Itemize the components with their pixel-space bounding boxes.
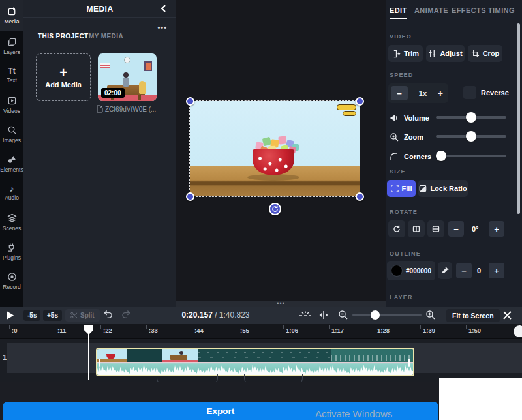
fit-to-screen-button[interactable]: Fit to Screen — [446, 309, 500, 322]
zoom-slider-thumb[interactable] — [466, 131, 476, 142]
videos-icon — [7, 96, 17, 106]
clip-frame — [97, 349, 127, 362]
section-size: SIZE — [390, 168, 406, 175]
zoom-in-icon[interactable] — [425, 310, 435, 320]
clip-frame — [198, 349, 331, 362]
collapse-panel-icon[interactable] — [159, 4, 168, 13]
footer: Export Activate Windows — [0, 382, 522, 420]
ruler-tick: :55 — [240, 327, 249, 334]
volume-slider-thumb[interactable] — [466, 112, 476, 123]
rotate-selection-handle[interactable] — [269, 203, 281, 215]
adjust-button[interactable]: Adjust — [426, 45, 465, 62]
plug-icon — [7, 243, 17, 252]
preview-canvas[interactable] — [176, 0, 386, 301]
tab-timing[interactable]: TIMING — [488, 7, 515, 14]
selection-handle-bottom-right[interactable] — [356, 192, 364, 201]
outline-width-value: 0 — [477, 267, 481, 275]
ruler-tick: :0 — [12, 327, 17, 334]
video-preview[interactable] — [190, 101, 360, 196]
play-button[interactable] — [7, 311, 14, 320]
redo-button[interactable] — [121, 310, 131, 318]
ruler-scroll-thumb[interactable] — [514, 325, 522, 337]
eyedropper-icon — [441, 267, 449, 275]
split-view-icon[interactable] — [318, 310, 330, 320]
panel-resize-handle[interactable]: ••• — [176, 301, 386, 307]
outline-color-button[interactable]: #000000 — [387, 261, 435, 280]
thumb-picture — [144, 61, 152, 71]
tab-animate[interactable]: ANIMATE — [414, 7, 448, 14]
snap-toggle-icon[interactable] — [299, 310, 312, 320]
selection-handle-bottom-left[interactable] — [186, 192, 194, 201]
timeline-zoom-slider[interactable] — [352, 310, 422, 320]
speed-plus-button[interactable]: + — [438, 88, 446, 98]
selection-handle-top-left[interactable] — [186, 97, 194, 106]
rotate-plus-button[interactable]: + — [489, 221, 504, 237]
sidebar-item-layers[interactable]: Layers — [0, 31, 23, 61]
timeline-ruler[interactable]: :0 :11 :22 :33 :44 :55 1:06 1:17 1:28 1:… — [0, 324, 522, 339]
undo-button[interactable] — [103, 310, 113, 318]
skip-forward-button[interactable]: +5s — [43, 310, 62, 321]
more-options-icon[interactable]: ••• — [157, 23, 167, 31]
outline-minus-button[interactable]: − — [456, 263, 472, 278]
media-filename: ZCI69dVtW0E (... — [97, 105, 168, 113]
shapes-icon — [7, 155, 17, 164]
section-layer: LAYER — [390, 294, 413, 301]
rotate-90-button[interactable] — [388, 220, 405, 237]
eyedropper-button[interactable] — [438, 262, 452, 279]
reverse-checkbox[interactable] — [463, 86, 476, 99]
speed-minus-button[interactable]: − — [391, 86, 408, 100]
flip-vertical-button[interactable] — [427, 220, 444, 237]
split-button[interactable]: Split — [65, 309, 100, 322]
volume-slider[interactable] — [436, 112, 506, 123]
close-timeline-icon[interactable] — [502, 310, 512, 320]
selection-handle-top-right[interactable] — [356, 97, 364, 106]
corners-icon — [390, 152, 399, 161]
sidebar-item-images[interactable]: Images — [0, 119, 23, 149]
inspector-scrollbar[interactable] — [517, 23, 520, 214]
clip-waveform — [97, 362, 413, 375]
sidebar-item-text[interactable]: Tt Text — [0, 61, 23, 90]
activate-windows-watermark: Activate Windows — [315, 408, 392, 419]
sidebar-item-media[interactable]: Media — [0, 0, 23, 31]
skip-back-button[interactable]: -5s — [23, 310, 40, 321]
lock-ratio-button[interactable]: Lock Ratio — [418, 180, 468, 197]
media-thumbnail[interactable]: 02:00 — [98, 53, 157, 101]
color-swatch — [391, 265, 403, 277]
timeline-zoom-thumb[interactable] — [371, 310, 380, 320]
sidebar-item-record[interactable]: Record — [0, 266, 23, 295]
sidebar-item-videos[interactable]: Videos — [0, 90, 23, 119]
app-window: Media Layers Tt Text Videos Images Eleme… — [0, 0, 522, 420]
crop-button[interactable]: Crop — [468, 45, 502, 62]
corners-slider-thumb[interactable] — [436, 151, 446, 161]
candy-cube — [278, 136, 287, 145]
media-icon — [7, 7, 17, 16]
outline-plus-button[interactable]: + — [489, 263, 504, 278]
clip-trim-handle-right[interactable] — [408, 359, 410, 367]
trim-button[interactable]: Trim — [388, 45, 423, 62]
corners-slider[interactable] — [436, 151, 506, 161]
sidebar-item-scenes[interactable]: Scenes — [0, 207, 23, 237]
sidebar-item-elements[interactable]: Elements — [0, 149, 23, 178]
volume-label: Volume — [404, 114, 429, 122]
tab-edit[interactable]: EDIT — [390, 7, 407, 14]
zoom-slider[interactable] — [436, 131, 506, 142]
thumb-clock — [124, 57, 130, 63]
add-media-button[interactable]: + Add Media — [36, 53, 91, 101]
track-lane[interactable] — [7, 343, 522, 373]
zoom-out-icon[interactable] — [338, 310, 348, 320]
sidebar-item-plugins[interactable]: Plugins — [0, 237, 23, 266]
fill-button[interactable]: Fill — [387, 180, 416, 197]
tab-effects[interactable]: EFFECTS — [452, 7, 486, 14]
ruler-tick: :44 — [194, 327, 204, 334]
clip-trim-handle-left[interactable] — [99, 359, 100, 367]
duration-badge: 02:00 — [101, 88, 125, 98]
white-overlay — [439, 378, 522, 420]
sidebar-item-audio[interactable]: ♪ Audio — [0, 178, 23, 207]
tab-my-media[interactable]: MY MEDIA — [89, 33, 123, 40]
flip-horizontal-button[interactable] — [408, 220, 425, 237]
thumb-dinosaur — [139, 81, 146, 94]
flip-vertical-icon — [432, 225, 440, 233]
video-clip[interactable] — [96, 348, 414, 376]
rotate-minus-button[interactable]: − — [448, 221, 464, 237]
tab-this-project[interactable]: THIS PROJECT — [38, 33, 89, 40]
